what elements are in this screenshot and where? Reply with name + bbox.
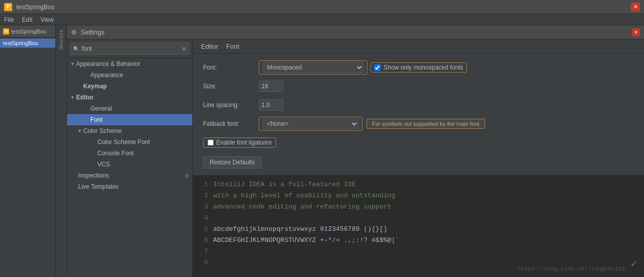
preview-line-6: 6 ABCDEFGHIJKLMNOPQRSTUVWXYZ +-*/= .,;:!… — [193, 235, 644, 246]
sidebar-item-color-scheme-font[interactable]: Color Scheme Font — [67, 136, 192, 148]
ide-icon: P — [4, 3, 12, 11]
arrow-icon: ▼ — [69, 95, 76, 100]
sidebar-label: Console Font — [97, 150, 190, 157]
line-number: 2 — [199, 190, 208, 201]
ide-menubar: File Edit View — [0, 14, 644, 25]
preview-line-5: 5 abcdefghijklmnopqrstuvwxyz 0123456789 … — [193, 224, 644, 235]
line-number: 4 — [199, 213, 208, 224]
add-icon[interactable]: ⊕ — [185, 172, 189, 179]
app-window: P testSpringBoo ✕ File Edit View ⊞ testS… — [0, 0, 644, 277]
line-number: 8 — [199, 257, 208, 268]
size-row: Size: — [203, 80, 634, 93]
menu-file[interactable]: File — [4, 16, 14, 23]
side-label-structure[interactable]: Structure — [57, 27, 65, 52]
ligatures-row: Enable font ligatures — [203, 136, 634, 149]
settings-sidebar: 🔍 ✕ ▼ Appearance & Behavior Appearan — [67, 40, 193, 277]
show-monospaced-checkbox[interactable] — [374, 64, 381, 71]
restore-row: Restore Defaults — [203, 155, 634, 168]
preview-line-7: 7 — [193, 246, 644, 257]
fallback-font-outlined-group: <None> — [259, 117, 362, 131]
sidebar-label: Inspections — [78, 172, 185, 179]
sidebar-item-font[interactable]: Font — [67, 114, 192, 125]
sidebar-item-color-scheme[interactable]: ▼ Color Scheme — [67, 125, 192, 136]
line-code: advanced code editing and refactoring su… — [213, 201, 395, 213]
size-input[interactable] — [259, 81, 283, 92]
preview-line-2: 2 with a high level of usability and out… — [193, 190, 644, 201]
line-number: 5 — [199, 224, 208, 235]
watermark: https://blog.csdn.net/tangthh123 — [518, 266, 625, 272]
search-mag-icon: 🔍 — [73, 46, 79, 52]
sidebar-label: Appearance & Behavior — [76, 60, 190, 67]
settings-title: Settings — [81, 28, 105, 36]
sidebar-item-keymap[interactable]: Keymap — [67, 81, 192, 92]
project-tree-item[interactable]: testSpringBoo — [0, 39, 55, 48]
sidebar-item-console-font[interactable]: Console Font — [67, 148, 192, 159]
settings-body: 🔍 ✕ ▼ Appearance & Behavior Appearan — [67, 40, 644, 277]
settings-close-button[interactable]: ✕ — [632, 28, 640, 37]
project-tree: testSpringBoo — [0, 38, 55, 49]
fallback-font-label: Fallback font: — [203, 120, 259, 127]
font-label: Font: — [203, 64, 259, 71]
search-wrapper: 🔍 ✕ — [70, 43, 189, 55]
project-tab[interactable]: ⊞ testSpringBoo — [0, 25, 55, 38]
line-number: 1 — [199, 179, 208, 190]
sidebar-item-appearance[interactable]: Appearance — [67, 70, 192, 81]
ligatures-text: Enable font ligatures — [216, 139, 272, 146]
preview-line-4: 4 — [193, 213, 644, 224]
menu-view[interactable]: View — [41, 16, 54, 23]
settings-title-bar: ⚙ Settings ✕ — [67, 25, 644, 40]
line-spacing-row: Line spacing: — [203, 98, 634, 112]
menu-edit[interactable]: Edit — [22, 16, 32, 23]
project-tab-icon: ⊞ — [3, 28, 9, 34]
line-code: with a high level of usability and outst… — [213, 190, 395, 201]
ide-title-bar: P testSpringBoo ✕ — [0, 0, 644, 14]
fallback-hint: For symbols not supported by the main fo… — [366, 119, 485, 129]
line-number: 7 — [199, 246, 208, 257]
enable-ligatures-checkbox[interactable] — [208, 140, 214, 146]
breadcrumb-editor: Editor — [201, 43, 218, 50]
sidebar-label: Font — [90, 116, 190, 123]
restore-defaults-button[interactable]: Restore Defaults — [203, 156, 261, 168]
search-area: 🔍 ✕ — [67, 40, 192, 58]
ide-title: testSpringBoo — [16, 4, 54, 11]
breadcrumb-font: Font — [226, 43, 240, 50]
font-select[interactable]: Monospaced Arial Consolas Courier New — [262, 62, 364, 73]
line-code: ABCDEFGHIJKLMNOPQRSTUVWXYZ +-*/= .,;:!? … — [213, 235, 399, 246]
font-settings-form: Font: Monospaced Arial Consolas Courier … — [193, 54, 644, 175]
arrow-icon: ▼ — [69, 61, 76, 66]
ide-close-button[interactable]: ✕ — [631, 3, 640, 12]
sidebar-label: Keymap — [83, 83, 190, 90]
sidebar-item-general[interactable]: General — [67, 103, 192, 114]
search-clear-icon[interactable]: ✕ — [181, 46, 187, 52]
content-area: Editor › Font Font: Monospaced Ar — [193, 40, 644, 277]
font-outlined-group: Monospaced Arial Consolas Courier New — [259, 60, 367, 75]
project-tab-label: testSpringBoo — [11, 28, 46, 34]
preview-checkmark: ✓ — [631, 257, 637, 270]
sidebar-item-vcs[interactable]: VCS — [67, 159, 192, 170]
enable-ligatures-label[interactable]: Enable font ligatures — [203, 137, 276, 148]
project-panel: ⊞ testSpringBoo testSpringBoo — [0, 25, 56, 277]
line-code: abcdefghijklmnopqrstuvwxyz 0123456789 ()… — [213, 224, 387, 235]
settings-dialog: ⚙ Settings ✕ 🔍 ✕ — [67, 25, 644, 277]
sidebar-item-editor[interactable]: ▼ Editor — [67, 92, 192, 103]
sidebar-item-inspections[interactable]: Inspections ⊕ — [67, 170, 192, 181]
sidebar-item-appearance-behavior[interactable]: ▼ Appearance & Behavior — [67, 58, 192, 70]
line-spacing-label: Line spacing: — [203, 101, 259, 109]
ide-body: ⊞ testSpringBoo testSpringBoo Structure … — [0, 25, 644, 277]
side-labels-strip: Structure — [56, 25, 67, 277]
fallback-font-row: Fallback font: <None> For symbols not su… — [203, 117, 634, 130]
size-label: Size: — [203, 83, 259, 90]
sidebar-label: Live Templates — [78, 183, 190, 190]
preview-line-3: 3 advanced code editing and refactoring … — [193, 201, 644, 213]
sidebar-label: VCS — [97, 161, 190, 168]
sidebar-label: Editor — [76, 94, 190, 101]
font-row: Font: Monospaced Arial Consolas Courier … — [203, 61, 634, 74]
line-spacing-input[interactable] — [259, 99, 283, 111]
line-number: 6 — [199, 235, 208, 246]
sidebar-item-live-templates[interactable]: Live Templates — [67, 181, 192, 192]
breadcrumb: Editor › Font — [193, 40, 644, 54]
fallback-font-select[interactable]: <None> — [262, 118, 359, 129]
sidebar-label: Appearance — [90, 72, 190, 79]
search-input[interactable] — [70, 43, 189, 55]
line-code: IntelliJ IDEA is a full-featured IDE — [213, 179, 356, 190]
